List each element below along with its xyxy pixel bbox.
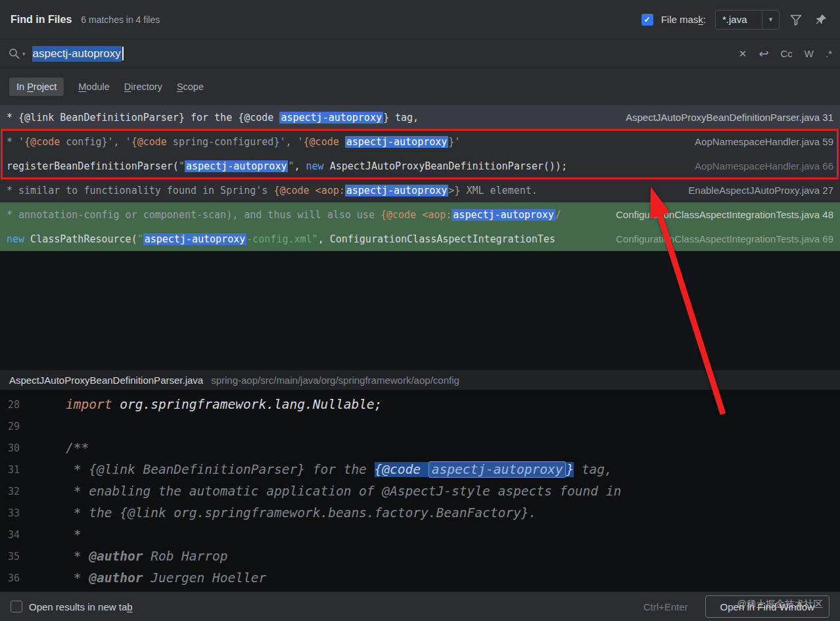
code-line: 36 * @author Juergen Hoeller: [0, 567, 840, 589]
text-segment: @author: [89, 549, 143, 564]
preview-file-name: AspectJAutoProxyBeanDefinitionParser.jav…: [9, 375, 203, 386]
whole-words-toggle[interactable]: W: [805, 48, 814, 59]
text-segment: -config.xml": [246, 233, 317, 245]
result-row[interactable]: registerBeanDefinitionParser("aspectj-au…: [0, 154, 840, 178]
line-number: 35: [0, 551, 30, 563]
result-file-label: ConfigurationClassAspectIntegrationTests…: [616, 233, 833, 244]
line-number: 33: [0, 507, 30, 519]
text-segment: File mas: [661, 14, 699, 25]
scope-tab-in-project[interactable]: In Project: [9, 78, 64, 96]
result-row[interactable]: * {@link BeanDefinitionParser} for the {…: [0, 105, 840, 129]
text-segment: /**: [66, 440, 89, 455]
search-history-arrow-icon: ▾: [22, 51, 26, 57]
search-icon: [8, 47, 21, 60]
scope-tab-directory[interactable]: Directory: [124, 81, 162, 92]
text-segment: cope: [183, 81, 204, 92]
text-segment: *: [66, 570, 89, 586]
text-segment: aspectj-autoproxy: [429, 461, 567, 478]
search-query-text: aspectj-autoproxy: [32, 46, 122, 62]
results-list: * {@link BeanDefinitionParser} for the {…: [0, 105, 840, 251]
text-segment: * similar to functionality found in Spri…: [7, 185, 273, 196]
text-segment: registerBeanDefinitionParser(: [7, 160, 179, 172]
text-segment: In: [16, 81, 27, 92]
dialog-title: Find in Files: [11, 14, 72, 26]
code-line: 33 * the {@link org.springframework.bean…: [0, 502, 840, 524]
text-segment: aspectj-autoproxy: [345, 185, 449, 196]
search-history-icon[interactable]: ↩: [758, 47, 768, 61]
code-text: * enabling the automatic application of …: [66, 484, 621, 499]
open-in-find-window-button[interactable]: Open in Find Window: [705, 595, 829, 618]
line-number: 29: [0, 421, 30, 432]
clear-search-icon[interactable]: ✕: [739, 48, 747, 60]
text-segment: aspectj-autoproxy: [452, 209, 555, 221]
regex-toggle[interactable]: .*: [826, 48, 832, 59]
scope-tab-scope[interactable]: Scope: [177, 81, 204, 92]
result-row[interactable]: * annotation-config or component-scan), …: [0, 202, 840, 227]
text-segment: Open results in new ta: [29, 601, 127, 612]
find-in-files-dialog: Find in Files 6 matches in 4 files ✓ Fil…: [0, 0, 840, 621]
result-file-label: AspectJAutoProxyBeanDefinitionParser.jav…: [626, 112, 833, 123]
preview-file-path: spring-aop/src/main/java/org/springframe…: [211, 375, 459, 386]
text-segment: ": [137, 233, 143, 245]
pin-icon[interactable]: [812, 11, 829, 28]
search-icon-wrap[interactable]: ▾: [8, 47, 26, 60]
text-segment: * annotation-config or component-scan), …: [7, 209, 381, 221]
open-results-new-tab-checkbox[interactable]: [11, 601, 22, 612]
text-segment: ": [179, 160, 185, 172]
code-text: * @author Rob Harrop: [66, 549, 228, 564]
file-mask-combo[interactable]: *.java ▾: [715, 10, 780, 30]
header-controls: ✓ File mask: *.java ▾: [642, 10, 829, 30]
text-segment: config}', ': [60, 136, 131, 148]
footer-actions: Ctrl+Enter Open in Find Window: [643, 595, 829, 618]
line-number: 30: [0, 442, 30, 454]
scope-tab-module[interactable]: Module: [78, 81, 110, 92]
text-segment: } tag,: [383, 112, 419, 124]
code-line: 32 * enabling the automatic application …: [0, 480, 840, 502]
text-segment: ,: [294, 160, 306, 172]
text-segment: {@code: [131, 136, 167, 148]
combo-dropdown-arrow-icon[interactable]: ▾: [762, 11, 779, 29]
dialog-footer: Open results in new tab Ctrl+Enter Open …: [0, 591, 840, 621]
text-segment: D: [124, 81, 131, 92]
text-segment: * ': [7, 136, 24, 148]
text-segment: import: [66, 397, 112, 412]
checkmark-icon: ✓: [644, 15, 651, 24]
text-segment: <aop:: [315, 185, 345, 196]
preview-editor[interactable]: 28import org.springframework.lang.Nullab…: [0, 390, 840, 591]
text-segment: {@code: [273, 185, 309, 196]
result-row[interactable]: * similar to functionality found in Spri…: [0, 178, 840, 202]
code-text: * {@link BeanDefinitionParser} for the {…: [66, 462, 613, 477]
text-segment: ": [288, 160, 294, 172]
code-line: 28import org.springframework.lang.Nullab…: [0, 394, 840, 415]
text-segment: irectory: [131, 81, 162, 92]
code-text: import org.springframework.lang.Nullable…: [66, 397, 382, 412]
result-row[interactable]: * '{@code config}', '{@code spring-confi…: [0, 129, 840, 154]
result-text: new ClassPathResource("aspectj-autoproxy…: [7, 233, 607, 245]
text-segment: {@code: [381, 209, 416, 221]
text-segment: [339, 136, 345, 148]
text-segment: org.springframework.lang.Nullable;: [112, 397, 382, 412]
text-segment: , ConfigurationClassAspectIntegrationTes: [318, 233, 555, 245]
text-segment: aspectj-autoproxy: [345, 136, 449, 148]
filter-icon[interactable]: [787, 11, 805, 28]
text-segment: k: [698, 14, 703, 25]
text-segment: * {@link BeanDefinitionParser} for the {…: [7, 112, 279, 124]
text-segment: P: [27, 81, 34, 92]
text-caret: [122, 47, 124, 60]
text-segment: spring-configured}', ': [167, 136, 304, 148]
text-segment: <aop:: [422, 209, 452, 221]
search-input[interactable]: ▾ aspectj-autoproxy ✕ ↩ Cc W .*: [0, 39, 840, 68]
text-segment: aspectj-autoproxy: [143, 233, 247, 245]
text-segment: b: [127, 601, 132, 612]
results-empty-area: [0, 251, 840, 369]
text-segment: {@code: [304, 136, 339, 148]
file-mask-checkbox[interactable]: ✓: [642, 14, 653, 26]
search-query[interactable]: aspectj-autoproxy: [32, 46, 739, 62]
match-case-toggle[interactable]: Cc: [780, 48, 792, 59]
text-segment: odule: [86, 81, 109, 92]
text-segment: S: [177, 81, 183, 92]
text-segment: new: [7, 233, 24, 245]
text-segment: Rob Harrop: [143, 549, 227, 564]
code-line: 31 * {@link BeanDefinitionParser} for th…: [0, 459, 840, 480]
result-row[interactable]: new ClassPathResource("aspectj-autoproxy…: [0, 227, 840, 251]
